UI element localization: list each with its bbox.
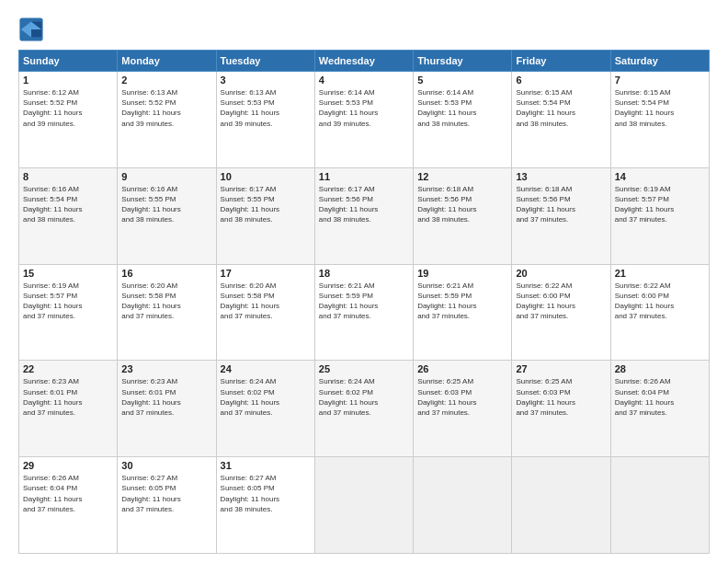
day-number: 12 (417, 171, 507, 182)
day-number: 7 (615, 75, 705, 86)
day-number: 30 (121, 460, 211, 471)
day-info: Sunrise: 6:18 AM Sunset: 5:56 PM Dayligh… (516, 184, 606, 225)
calendar-cell: 7Sunrise: 6:15 AM Sunset: 5:54 PM Daylig… (610, 72, 709, 168)
day-number: 8 (23, 171, 113, 182)
calendar-week-row: 15Sunrise: 6:19 AM Sunset: 5:57 PM Dayli… (19, 264, 710, 361)
day-info: Sunrise: 6:13 AM Sunset: 5:52 PM Dayligh… (121, 87, 211, 129)
calendar-cell: 11Sunrise: 6:17 AM Sunset: 5:56 PM Dayli… (314, 167, 413, 264)
calendar-cell: 17Sunrise: 6:20 AM Sunset: 5:58 PM Dayli… (216, 264, 314, 361)
day-number: 11 (319, 171, 409, 182)
day-info: Sunrise: 6:25 AM Sunset: 6:03 PM Dayligh… (516, 376, 606, 418)
day-number: 2 (121, 75, 211, 86)
day-number: 19 (417, 268, 507, 279)
day-info: Sunrise: 6:21 AM Sunset: 5:59 PM Dayligh… (319, 281, 409, 322)
svg-marker-3 (31, 29, 41, 37)
day-number: 15 (23, 268, 113, 279)
header-monday: Monday (118, 51, 216, 72)
day-number: 17 (221, 268, 311, 279)
day-number: 20 (516, 268, 606, 279)
calendar-cell: 6Sunrise: 6:15 AM Sunset: 5:54 PM Daylig… (512, 72, 610, 168)
header-tuesday: Tuesday (216, 51, 314, 72)
day-info: Sunrise: 6:17 AM Sunset: 5:55 PM Dayligh… (221, 184, 311, 225)
header-saturday: Saturday (610, 51, 709, 72)
page: Sunday Monday Tuesday Wednesday Thursday… (0, 0, 728, 563)
calendar-cell: 16Sunrise: 6:20 AM Sunset: 5:58 PM Dayli… (118, 264, 216, 361)
calendar-cell: 23Sunrise: 6:23 AM Sunset: 6:01 PM Dayli… (118, 361, 216, 457)
day-info: Sunrise: 6:20 AM Sunset: 5:58 PM Dayligh… (121, 281, 211, 322)
day-number: 22 (23, 363, 113, 374)
day-info: Sunrise: 6:12 AM Sunset: 5:52 PM Dayligh… (23, 87, 113, 129)
calendar-week-row: 29Sunrise: 6:26 AM Sunset: 6:04 PM Dayli… (19, 457, 710, 554)
calendar-week-row: 1Sunrise: 6:12 AM Sunset: 5:52 PM Daylig… (19, 72, 710, 168)
day-number: 31 (221, 460, 311, 471)
day-number: 24 (221, 363, 311, 374)
day-info: Sunrise: 6:27 AM Sunset: 6:05 PM Dayligh… (221, 473, 311, 514)
day-info: Sunrise: 6:14 AM Sunset: 5:53 PM Dayligh… (417, 87, 507, 129)
day-number: 5 (417, 75, 507, 86)
calendar-cell: 20Sunrise: 6:22 AM Sunset: 6:00 PM Dayli… (512, 264, 610, 361)
calendar-cell: 3Sunrise: 6:13 AM Sunset: 5:53 PM Daylig… (216, 72, 314, 168)
header (18, 17, 710, 42)
calendar-cell: 8Sunrise: 6:16 AM Sunset: 5:54 PM Daylig… (19, 167, 118, 264)
calendar-cell (512, 457, 610, 554)
calendar-cell: 28Sunrise: 6:26 AM Sunset: 6:04 PM Dayli… (610, 361, 709, 457)
calendar-cell: 1Sunrise: 6:12 AM Sunset: 5:52 PM Daylig… (19, 72, 118, 168)
day-number: 23 (121, 363, 211, 374)
day-number: 13 (516, 171, 606, 182)
day-info: Sunrise: 6:26 AM Sunset: 6:04 PM Dayligh… (23, 473, 113, 514)
logo (18, 17, 48, 42)
day-info: Sunrise: 6:16 AM Sunset: 5:55 PM Dayligh… (121, 184, 211, 225)
calendar-cell: 26Sunrise: 6:25 AM Sunset: 6:03 PM Dayli… (414, 361, 512, 457)
calendar-cell: 18Sunrise: 6:21 AM Sunset: 5:59 PM Dayli… (314, 264, 413, 361)
day-number: 9 (121, 171, 211, 182)
day-number: 1 (23, 75, 113, 86)
day-number: 25 (319, 363, 409, 374)
calendar-cell: 4Sunrise: 6:14 AM Sunset: 5:53 PM Daylig… (314, 72, 413, 168)
day-number: 3 (221, 75, 311, 86)
day-info: Sunrise: 6:26 AM Sunset: 6:04 PM Dayligh… (615, 376, 705, 418)
day-info: Sunrise: 6:23 AM Sunset: 6:01 PM Dayligh… (23, 376, 113, 418)
calendar-cell: 5Sunrise: 6:14 AM Sunset: 5:53 PM Daylig… (414, 72, 512, 168)
logo-icon (18, 17, 44, 42)
calendar-cell: 2Sunrise: 6:13 AM Sunset: 5:52 PM Daylig… (118, 72, 216, 168)
day-info: Sunrise: 6:19 AM Sunset: 5:57 PM Dayligh… (23, 281, 113, 322)
day-info: Sunrise: 6:17 AM Sunset: 5:56 PM Dayligh… (319, 184, 409, 225)
day-number: 18 (319, 268, 409, 279)
day-info: Sunrise: 6:23 AM Sunset: 6:01 PM Dayligh… (121, 376, 211, 418)
day-info: Sunrise: 6:22 AM Sunset: 6:00 PM Dayligh… (516, 281, 606, 322)
calendar-cell: 31Sunrise: 6:27 AM Sunset: 6:05 PM Dayli… (216, 457, 314, 554)
day-number: 28 (615, 363, 705, 374)
day-number: 29 (23, 460, 113, 471)
calendar-week-row: 8Sunrise: 6:16 AM Sunset: 5:54 PM Daylig… (19, 167, 710, 264)
day-info: Sunrise: 6:20 AM Sunset: 5:58 PM Dayligh… (221, 281, 311, 322)
calendar-cell: 30Sunrise: 6:27 AM Sunset: 6:05 PM Dayli… (118, 457, 216, 554)
calendar-week-row: 22Sunrise: 6:23 AM Sunset: 6:01 PM Dayli… (19, 361, 710, 457)
day-number: 26 (417, 363, 507, 374)
calendar-cell: 25Sunrise: 6:24 AM Sunset: 6:02 PM Dayli… (314, 361, 413, 457)
day-info: Sunrise: 6:18 AM Sunset: 5:56 PM Dayligh… (417, 184, 507, 225)
calendar-table: Sunday Monday Tuesday Wednesday Thursday… (18, 50, 710, 554)
header-friday: Friday (512, 51, 610, 72)
calendar-cell (610, 457, 709, 554)
calendar-cell: 29Sunrise: 6:26 AM Sunset: 6:04 PM Dayli… (19, 457, 118, 554)
day-number: 4 (319, 75, 409, 86)
day-info: Sunrise: 6:15 AM Sunset: 5:54 PM Dayligh… (615, 87, 705, 129)
day-info: Sunrise: 6:27 AM Sunset: 6:05 PM Dayligh… (121, 473, 211, 514)
day-number: 21 (615, 268, 705, 279)
calendar-cell: 22Sunrise: 6:23 AM Sunset: 6:01 PM Dayli… (19, 361, 118, 457)
day-number: 27 (516, 363, 606, 374)
day-info: Sunrise: 6:15 AM Sunset: 5:54 PM Dayligh… (516, 87, 606, 129)
calendar-cell (414, 457, 512, 554)
day-info: Sunrise: 6:14 AM Sunset: 5:53 PM Dayligh… (319, 87, 409, 129)
day-info: Sunrise: 6:13 AM Sunset: 5:53 PM Dayligh… (221, 87, 311, 129)
day-info: Sunrise: 6:19 AM Sunset: 5:57 PM Dayligh… (615, 184, 705, 225)
day-number: 10 (221, 171, 311, 182)
header-thursday: Thursday (414, 51, 512, 72)
calendar-cell: 10Sunrise: 6:17 AM Sunset: 5:55 PM Dayli… (216, 167, 314, 264)
day-info: Sunrise: 6:21 AM Sunset: 5:59 PM Dayligh… (417, 281, 507, 322)
calendar-cell (314, 457, 413, 554)
day-info: Sunrise: 6:22 AM Sunset: 6:00 PM Dayligh… (615, 281, 705, 322)
calendar-cell: 14Sunrise: 6:19 AM Sunset: 5:57 PM Dayli… (610, 167, 709, 264)
calendar-cell: 12Sunrise: 6:18 AM Sunset: 5:56 PM Dayli… (414, 167, 512, 264)
day-info: Sunrise: 6:25 AM Sunset: 6:03 PM Dayligh… (417, 376, 507, 418)
